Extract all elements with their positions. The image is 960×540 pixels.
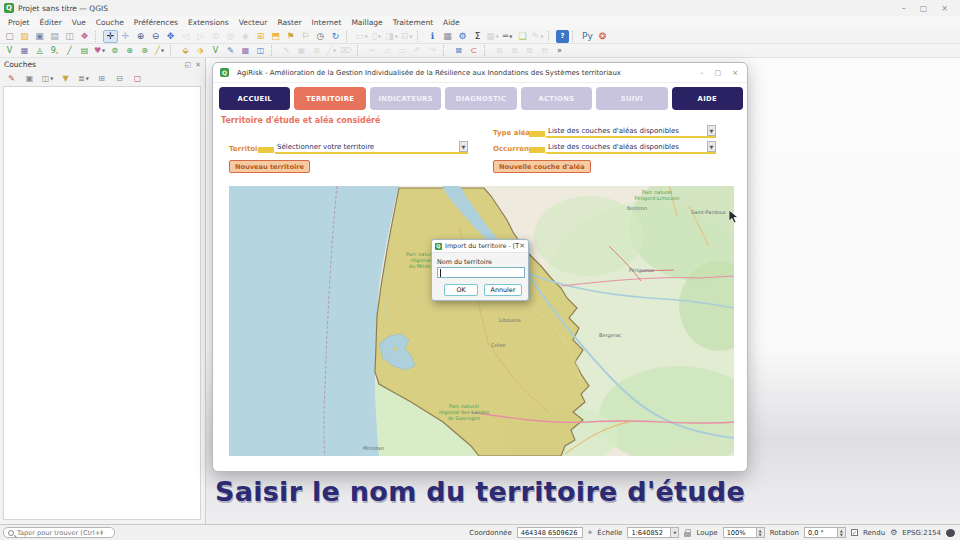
undo-icon[interactable]: ↶ [410,44,425,57]
layout-manager-icon[interactable]: ◫ [62,30,77,43]
attribute-table-icon[interactable]: ▦ [440,30,455,43]
log-messages-icon[interactable] [946,529,955,537]
filter-expression-icon[interactable]: ≣▼ [76,72,91,85]
new-gpx-layer-icon[interactable]: V [208,44,223,57]
delete-selected-icon[interactable]: ⌦ [339,44,354,57]
close-button[interactable]: × [941,4,948,13]
new-bookmark-icon[interactable]: ⚐ [298,30,313,43]
tab-diagnostic[interactable]: DIAGNOSTIC [445,87,516,110]
add-mesh-layer-icon[interactable]: ◬ [32,44,47,57]
chevron-down-icon[interactable]: ▼ [707,141,716,152]
layer-link-4-icon[interactable]: ⧉ [537,44,552,57]
dialog-close-icon[interactable]: ✕ [519,242,525,250]
maximize-button[interactable]: ▢ [920,4,928,13]
collapse-all-icon[interactable]: ⊟ [112,72,127,85]
agirisk-minimize-button[interactable]: – [700,69,704,77]
redo-icon[interactable]: ↷ [425,44,440,57]
add-wcs-icon[interactable]: ⊕ [122,44,137,57]
menu-internet[interactable]: Internet [307,17,347,28]
new-print-layout-icon[interactable]: ▤ [47,30,62,43]
territoire-combobox[interactable]: Sélectionner votre territoire ▼ [275,141,468,154]
menu-aide[interactable]: Aide [438,17,465,28]
temporal-controller-icon[interactable]: ◷ [313,30,328,43]
nouveau-territoire-button[interactable]: Nouveau territoire [229,160,310,173]
select-by-value-icon[interactable]: ◨▼ [384,30,399,43]
pan-map-icon[interactable]: ✛ [103,30,118,43]
zoom-to-selection-icon[interactable]: ◎ [223,30,238,43]
agirisk-maximize-button[interactable]: ▢ [715,69,722,77]
ok-button[interactable]: OK [444,284,478,296]
menu-couche[interactable]: Couche [91,17,129,28]
tab-suivi[interactable]: SUIVI [596,87,667,110]
tab-actions[interactable]: ACTIONS [521,87,592,110]
new-geopackage-layer-icon[interactable]: ⬙ [178,44,193,57]
cut-features-icon[interactable]: ✂ [365,44,380,57]
panel-close-icon[interactable]: ✕ [195,61,201,69]
add-delimited-text-icon[interactable]: 9, [47,44,62,57]
layer-link-2-icon[interactable]: ⧉ [507,44,522,57]
occurrence-combobox[interactable]: Liste des couches d'aléas disponibles ▼ [546,141,716,154]
rotation-spinbox[interactable]: 0,0 ° ▲▼ [804,527,846,538]
zoom-last-icon[interactable]: ◁ [178,30,193,43]
osm-place-search-icon[interactable]: ⊠ [451,44,466,57]
search-input[interactable] [17,529,103,537]
add-spatialite-icon[interactable]: ╱ [62,44,77,57]
menu-vecteur[interactable]: Vecteur [234,17,273,28]
nom-territoire-input[interactable] [437,267,525,278]
add-wms-icon[interactable]: ⊚ [107,44,122,57]
style-manager-icon[interactable]: ❖ [77,30,92,43]
layer-link-1-icon[interactable]: ⧉ [492,44,507,57]
python-console-icon[interactable]: Py [580,30,595,43]
copy-features-icon[interactable]: ▱ [380,44,395,57]
menu-traitement[interactable]: Traitement [388,17,438,28]
chevron-down-icon[interactable]: ▼ [707,125,716,136]
tab-territoire[interactable]: TERRITOIRE [294,87,365,110]
coordinate-field[interactable]: 464348 6509626 [517,527,583,538]
new-map-view-icon[interactable]: ⊞ [253,30,268,43]
add-group-icon[interactable]: ▣ [22,72,37,85]
lock-scale-icon[interactable] [684,532,691,537]
map-themes-icon[interactable]: ◫▼ [40,72,55,85]
add-feature-icon[interactable]: ⊞ [309,44,324,57]
plugin-manager-icon[interactable]: ❂ [595,30,610,43]
save-project-icon[interactable]: ▣ [32,30,47,43]
magnifier-spinbox[interactable]: 100% ▲▼ [723,527,765,538]
paste-features-icon[interactable]: ▭ [395,44,410,57]
menu-projet[interactable]: Projet [3,17,35,28]
mouse-position-icon[interactable]: ⌖ [588,528,593,538]
open-table-icon[interactable]: ▦▼ [485,30,500,43]
osm-download-icon[interactable]: ⊂ [466,44,481,57]
annotation-icon[interactable]: ✎▼ [530,30,545,43]
add-raster-layer-icon[interactable]: ▦ [17,44,32,57]
refresh-map-icon[interactable]: ↻ [328,30,343,43]
zoom-next-icon[interactable]: ▷ [193,30,208,43]
toolbar-overflow-icon[interactable]: » [552,44,567,57]
expand-all-icon[interactable]: ⊞ [94,72,109,85]
add-layer-menu-icon[interactable]: ♥▼ [92,44,107,57]
zoom-to-layer-icon[interactable]: ◈ [238,30,253,43]
menu-preferences[interactable]: Préférences [129,17,183,28]
minimize-button[interactable]: – [902,4,906,13]
identify-features-icon[interactable]: ℹ [425,30,440,43]
chevron-down-icon[interactable]: ▼ [459,141,468,152]
invert-selection-icon[interactable]: ⊟▼ [399,30,414,43]
tab-accueil[interactable]: ACCUEIL [219,87,290,110]
locator-search[interactable] [3,527,115,538]
menu-editer[interactable]: Éditer [35,17,67,28]
menu-raster[interactable]: Raster [272,17,306,28]
map-tips-icon[interactable]: ❑ [515,30,530,43]
nouvelle-couche-alea-button[interactable]: Nouvelle couche d'aléa [493,160,591,173]
bookmarks-icon[interactable]: ⚑ [283,30,298,43]
help-icon[interactable]: ? [556,30,569,43]
map-canvas[interactable]: Parc naturel régional du Médoc Parc natu… [229,186,734,456]
zoom-native-icon[interactable]: ⊙ [208,30,223,43]
layer-link-3-icon[interactable]: ⧉ [522,44,537,57]
new-shapefile-layer-icon[interactable]: ⬗ [193,44,208,57]
tab-indicateurs[interactable]: INDICATEURS [370,87,441,110]
pan-to-selection-icon[interactable]: ✛ [118,30,133,43]
new-temporary-layer-icon[interactable]: ▦ [238,44,253,57]
menu-vue[interactable]: Vue [67,17,91,28]
zoom-full-icon[interactable]: ✥ [163,30,178,43]
open-project-icon[interactable]: ▨ [17,30,32,43]
menu-extensions[interactable]: Extensions [183,17,234,28]
